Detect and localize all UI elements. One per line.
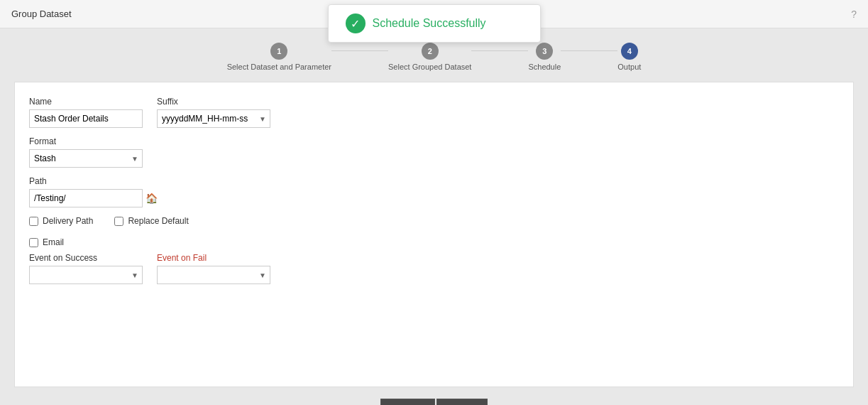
email-label: Email xyxy=(43,237,64,247)
delivery-path-checkbox[interactable] xyxy=(29,217,38,226)
replace-default-label: Replace Default xyxy=(128,216,188,226)
home-icon[interactable]: 🏠 xyxy=(145,193,158,204)
wizard-step-3: 3 Schedule xyxy=(528,43,561,71)
main-content: 1 Select Dataset and Parameter 2 Select … xyxy=(0,28,868,405)
step-label-2: Select Grouped Dataset xyxy=(388,63,471,71)
step-circle-3: 3 xyxy=(536,43,553,60)
checkbox-row-1: Delivery Path Replace Default xyxy=(29,216,839,232)
step-connector-1 xyxy=(331,50,388,51)
step-label-4: Output xyxy=(617,63,641,71)
form-panel: Name Suffix yyyyddMM_HH-mm-ss ▼ Format S… xyxy=(14,82,854,387)
email-checkbox-group: Email xyxy=(29,237,839,247)
toast-check-icon: ✓ xyxy=(346,14,366,33)
path-input-row: 🏠 xyxy=(29,189,158,207)
name-group: Name xyxy=(29,97,143,128)
format-label: Format xyxy=(29,136,143,146)
format-select[interactable]: Stash CSV JSON XML xyxy=(29,149,143,168)
path-row: Path 🏠 xyxy=(29,176,839,207)
name-suffix-row: Name Suffix yyyyddMM_HH-mm-ss ▼ xyxy=(29,97,839,128)
replace-default-checkbox[interactable] xyxy=(114,217,123,226)
event-success-select-wrapper: ▼ xyxy=(29,266,143,284)
suffix-label: Suffix xyxy=(157,97,270,107)
event-fail-group: Event on Fail ▼ xyxy=(157,253,270,284)
suffix-select-wrapper: yyyyddMM_HH-mm-ss ▼ xyxy=(157,109,270,128)
event-success-label: Event on Success xyxy=(29,253,143,263)
delivery-path-label: Delivery Path xyxy=(43,216,93,226)
event-row: Event on Success ▼ Event on Fail xyxy=(29,253,839,284)
delivery-path-checkbox-group: Delivery Path xyxy=(29,216,93,226)
event-fail-label: Event on Fail xyxy=(157,253,270,263)
format-select-wrapper: Stash CSV JSON XML ▼ xyxy=(29,149,143,168)
page-title: Group Dataset xyxy=(11,9,72,19)
wizard-step-1: 1 Select Dataset and Parameter xyxy=(227,43,331,71)
wizard-step-4: 4 Output xyxy=(617,43,641,71)
bottom-buttons: Back Run xyxy=(14,394,854,405)
path-input[interactable] xyxy=(29,189,143,207)
event-fail-select-wrapper: ▼ xyxy=(157,266,270,284)
success-toast: ✓ Schedule Successfully xyxy=(328,4,541,43)
step-connector-3 xyxy=(561,50,617,51)
step-label-1: Select Dataset and Parameter xyxy=(227,63,331,71)
format-group: Format Stash CSV JSON XML ▼ xyxy=(29,136,143,168)
format-row: Format Stash CSV JSON XML ▼ xyxy=(29,136,839,168)
toast-message: Schedule Successfully xyxy=(373,17,486,30)
step-circle-2: 2 xyxy=(422,43,439,60)
run-button[interactable]: Run xyxy=(436,399,488,405)
step-circle-1: 1 xyxy=(270,43,287,60)
suffix-group: Suffix yyyyddMM_HH-mm-ss ▼ xyxy=(157,97,270,128)
step-label-3: Schedule xyxy=(528,63,561,71)
event-fail-highlight: Fail xyxy=(193,253,207,263)
wizard-step-2: 2 Select Grouped Dataset xyxy=(388,43,471,71)
event-success-group: Event on Success ▼ xyxy=(29,253,143,284)
step-connector-2 xyxy=(471,50,528,51)
replace-default-checkbox-group: Replace Default xyxy=(114,216,188,226)
path-group: Path 🏠 xyxy=(29,176,158,207)
back-button[interactable]: Back xyxy=(380,399,435,405)
path-label: Path xyxy=(29,176,158,186)
name-input[interactable] xyxy=(29,109,143,128)
event-fail-select[interactable] xyxy=(157,266,270,284)
event-success-select[interactable] xyxy=(29,266,143,284)
name-label: Name xyxy=(29,97,143,107)
step-circle-4: 4 xyxy=(621,43,638,60)
email-checkbox[interactable] xyxy=(29,238,38,247)
suffix-select[interactable]: yyyyddMM_HH-mm-ss xyxy=(157,109,270,128)
help-icon[interactable]: ? xyxy=(851,9,857,20)
